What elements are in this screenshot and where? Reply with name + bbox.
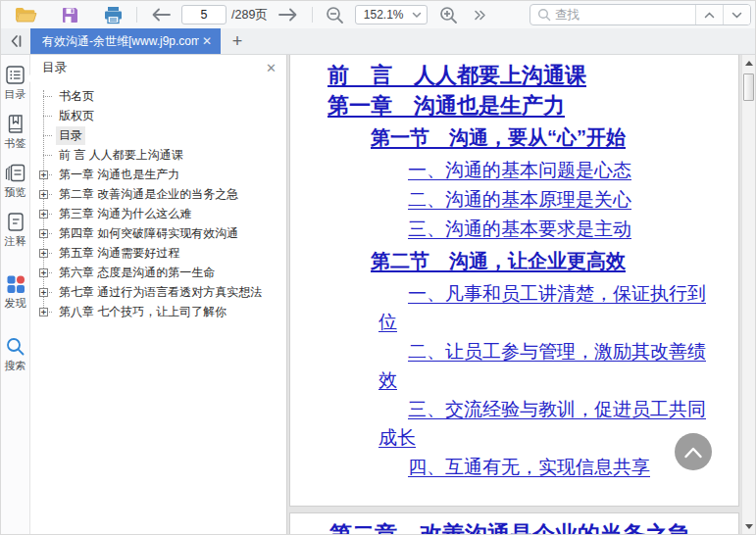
toc-link[interactable]: 三、交流经验与教训，促进员工共同成长 bbox=[290, 395, 713, 452]
outline-tree-item[interactable]: 第一章 沟通也是生产力 bbox=[30, 165, 286, 184]
chevron-left-bar-icon bbox=[9, 34, 23, 48]
toc-link-text: 前 言 人人都要上沟通课 bbox=[328, 63, 586, 87]
outline-item-label: 版权页 bbox=[56, 107, 97, 125]
outline-tree-item[interactable]: 第六章 态度是沟通的第一生命 bbox=[30, 263, 286, 282]
find-previous-button[interactable] bbox=[695, 5, 723, 24]
tab-title: 有效沟通-余世维[www.j9p.com bbox=[42, 33, 199, 50]
expand-icon[interactable] bbox=[39, 190, 48, 199]
toc-list: 前 言 人人都要上沟通课 第一章 沟通也是生产力 第一节 沟通，要从“心”开始 … bbox=[290, 55, 738, 481]
more-tools-button[interactable] bbox=[470, 3, 490, 26]
sidebar-item-discover[interactable]: 发现 bbox=[1, 274, 30, 310]
outline-tree-item[interactable]: 第七章 通过行为语言看透对方真实想法 bbox=[30, 282, 286, 302]
open-file-button[interactable] bbox=[11, 3, 41, 26]
outline-panel-title: 目录 bbox=[42, 60, 67, 76]
outline-item-label: 第六章 态度是沟通的第一生命 bbox=[56, 264, 218, 282]
expand-icon[interactable] bbox=[39, 249, 48, 258]
outline-item-label: 第四章 如何突破障碍实现有效沟通 bbox=[56, 224, 241, 243]
toc-link[interactable]: 第一节 沟通，要从“心”开始 bbox=[371, 123, 713, 152]
arrow-left-icon bbox=[150, 7, 172, 23]
sidebar-item-bookmarks[interactable]: 书签 bbox=[1, 114, 30, 150]
chevron-up-icon bbox=[704, 12, 715, 19]
outline-item-label: 前 言 人人都要上沟通课 bbox=[56, 146, 186, 165]
outline-tree-item[interactable]: 前 言 人人都要上沟通课 bbox=[30, 145, 286, 165]
toc-link[interactable]: 一、凡事和员工讲清楚，保证执行到位 bbox=[290, 279, 713, 336]
preview-icon bbox=[5, 163, 26, 183]
sidebar-item-annotations[interactable]: 注释 bbox=[1, 212, 30, 248]
find-bar bbox=[529, 4, 751, 25]
zoom-out-button[interactable] bbox=[322, 3, 348, 26]
outline-tree-item[interactable]: 第三章 沟通为什么这么难 bbox=[30, 204, 286, 223]
outline-item-label: 书名页 bbox=[56, 87, 97, 106]
toc-link[interactable]: 二、沟通的基本原理是关心 bbox=[290, 185, 713, 214]
toc-link[interactable]: 四、互通有无，实现信息共享 bbox=[290, 453, 713, 481]
toc-link[interactable]: 二、让员工参与管理，激励其改善绩效 bbox=[290, 337, 713, 394]
outline-item-label: 第三章 沟通为什么这么难 bbox=[56, 205, 194, 223]
discover-icon bbox=[6, 274, 25, 294]
sidebar-item-label: 搜索 bbox=[5, 360, 26, 372]
tab-close-icon[interactable]: ✕ bbox=[199, 34, 215, 48]
expand-icon[interactable] bbox=[39, 229, 48, 238]
prev-page-button[interactable] bbox=[146, 3, 176, 26]
outline-tree-item[interactable]: 第五章 沟通需要好过程 bbox=[30, 243, 286, 263]
search-icon bbox=[5, 336, 25, 357]
print-button[interactable] bbox=[99, 3, 127, 26]
find-input[interactable] bbox=[551, 5, 695, 24]
save-button[interactable] bbox=[57, 3, 83, 26]
toc-link[interactable]: 一、沟通的基本问题是心态 bbox=[290, 156, 713, 184]
pdf-page-next: 第二章 改善沟通是企业的当务之急 bbox=[289, 512, 739, 534]
toc-link[interactable]: 第一章 沟通也是生产力 bbox=[328, 91, 713, 120]
outline-tree-item[interactable]: 版权页 bbox=[30, 106, 286, 125]
arrow-right-icon bbox=[277, 7, 299, 23]
new-tab-button[interactable]: + bbox=[221, 28, 254, 54]
outline-tree-item[interactable]: 第二章 改善沟通是企业的当务之急 bbox=[30, 184, 286, 204]
toc-link[interactable]: 前 言 人人都要上沟通课 bbox=[328, 61, 713, 89]
expand-icon[interactable] bbox=[39, 268, 48, 277]
toc-link-text: 一、凡事和员工讲清楚，保证执行到位 bbox=[378, 283, 706, 332]
expand-icon[interactable] bbox=[39, 170, 48, 179]
toc-link-text: 第一节 沟通，要从“心”开始 bbox=[371, 126, 626, 148]
print-icon bbox=[103, 6, 124, 24]
collapse-tab-list-button[interactable] bbox=[1, 28, 30, 54]
back-to-top-button[interactable] bbox=[675, 433, 712, 470]
expand-icon[interactable] bbox=[39, 210, 48, 219]
find-next-button[interactable] bbox=[723, 5, 750, 24]
sidebar-item-preview[interactable]: 预览 bbox=[1, 163, 30, 199]
page-total-label: /289页 bbox=[231, 7, 268, 24]
outline-tree-item[interactable]: 第四章 如何突破障碍实现有效沟通 bbox=[30, 223, 286, 243]
next-page-heading: 第二章 改善沟通是企业的当务之急 bbox=[329, 519, 738, 534]
scrollbar-thumb[interactable] bbox=[743, 73, 754, 101]
outline-tree-item[interactable]: 目录 bbox=[30, 125, 286, 145]
outline-tree-item[interactable]: 第八章 七个技巧，让上司了解你 bbox=[30, 302, 286, 321]
expand-icon[interactable] bbox=[39, 308, 48, 316]
outline-tree-item[interactable]: 书名页 bbox=[30, 86, 286, 106]
toc-link-text: 四、互通有无，实现信息共享 bbox=[408, 457, 650, 477]
toc-link[interactable]: 三、沟通的基本要求是主动 bbox=[290, 215, 713, 243]
toc-link-text: 第二节 沟通，让企业更高效 bbox=[371, 250, 626, 271]
toc-link[interactable]: 第二节 沟通，让企业更高效 bbox=[371, 247, 713, 275]
zoom-level-select[interactable]: 152.1% bbox=[355, 5, 428, 24]
zoom-in-button[interactable] bbox=[435, 3, 462, 26]
outline-item-label: 第七章 通过行为语言看透对方真实想法 bbox=[56, 283, 265, 302]
zoom-level-value: 152.1% bbox=[364, 8, 412, 22]
toolbar-separator bbox=[136, 7, 137, 23]
panel-close-icon[interactable]: ✕ bbox=[266, 62, 277, 74]
save-icon bbox=[61, 6, 79, 24]
scroll-down-button[interactable] bbox=[742, 519, 756, 533]
triangle-down-icon bbox=[745, 524, 753, 529]
pdf-reader-window: /289页 152.1% bbox=[0, 0, 756, 535]
outline-tree: 书名页 版权页 目录 前 言 人人都要上沟通课 第一章 沟通也是生产力 第二章 … bbox=[30, 78, 286, 534]
document-tab[interactable]: 有效沟通-余世维[www.j9p.com ✕ bbox=[30, 28, 221, 54]
next-page-button[interactable] bbox=[274, 3, 303, 26]
double-chevron-right-icon bbox=[474, 10, 486, 21]
triangle-up-icon bbox=[745, 61, 753, 66]
vertical-scrollbar[interactable] bbox=[741, 55, 755, 534]
sidebar-icon-strip: 目录 书签 预览 bbox=[1, 55, 30, 534]
sidebar-item-search[interactable]: 搜索 bbox=[1, 336, 30, 372]
toc-link-text: 三、沟通的基本要求是主动 bbox=[408, 219, 631, 239]
sidebar-item-label: 目录 bbox=[5, 88, 26, 101]
page-number-input[interactable] bbox=[181, 5, 227, 24]
chevron-down-icon bbox=[731, 12, 742, 19]
scroll-up-button[interactable] bbox=[742, 56, 756, 70]
sidebar-item-toc[interactable]: 目录 bbox=[1, 65, 30, 101]
expand-icon[interactable] bbox=[39, 288, 48, 297]
